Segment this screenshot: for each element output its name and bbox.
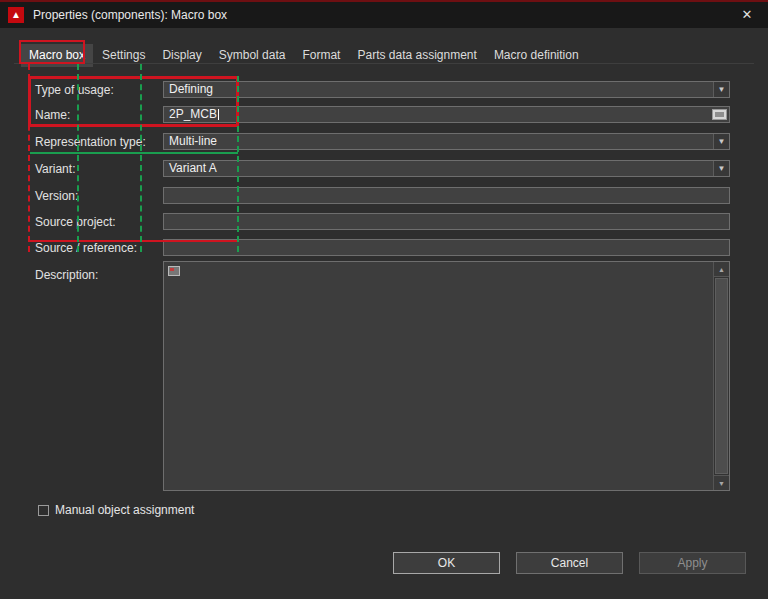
browse-icon[interactable] bbox=[712, 109, 727, 120]
source-project-input[interactable] bbox=[163, 213, 730, 230]
description-label: Description: bbox=[35, 268, 98, 282]
annotation-green-underline bbox=[30, 152, 238, 154]
app-logo-icon: ▲ bbox=[8, 7, 24, 23]
representation-type-label: Representation type: bbox=[35, 135, 146, 149]
chevron-down-icon[interactable]: ▼ bbox=[713, 82, 729, 97]
row-variant: Variant: Variant A ▼ bbox=[0, 160, 768, 178]
type-of-usage-label: Type of usage: bbox=[35, 83, 114, 97]
scroll-up-icon[interactable]: ▲ bbox=[714, 262, 729, 277]
representation-type-select[interactable]: Multi-line ▼ bbox=[163, 133, 730, 150]
source-reference-input[interactable] bbox=[163, 239, 730, 256]
description-textarea[interactable]: ▲ ▼ bbox=[163, 261, 730, 491]
variant-label: Variant: bbox=[35, 162, 75, 176]
ok-button[interactable]: OK bbox=[393, 552, 500, 574]
name-label: Name: bbox=[35, 108, 70, 122]
manual-object-assignment-row: Manual object assignment bbox=[38, 503, 194, 517]
row-representation-type: Representation type: Multi-line ▼ bbox=[0, 133, 768, 151]
version-label: Version: bbox=[35, 189, 78, 203]
manual-object-assignment-label: Manual object assignment bbox=[55, 503, 194, 517]
tab-separator bbox=[14, 63, 754, 64]
image-placeholder-icon bbox=[168, 266, 180, 276]
variant-select[interactable]: Variant A ▼ bbox=[163, 160, 730, 177]
source-project-label: Source project: bbox=[35, 215, 116, 229]
row-type-of-usage: Type of usage: Defining ▼ bbox=[0, 81, 768, 99]
titlebar: ▲ Properties (components): Macro box ✕ bbox=[0, 2, 768, 28]
scroll-down-icon[interactable]: ▼ bbox=[714, 475, 729, 490]
name-value: 2P_MCB bbox=[169, 107, 217, 122]
representation-type-value: Multi-line bbox=[169, 134, 217, 149]
row-source-project: Source project: bbox=[0, 213, 768, 231]
properties-dialog: ▲ Properties (components): Macro box ✕ M… bbox=[0, 0, 768, 599]
type-of-usage-value: Defining bbox=[169, 82, 213, 97]
row-source-reference: Source / reference: bbox=[0, 239, 768, 257]
type-of-usage-select[interactable]: Defining ▼ bbox=[163, 81, 730, 98]
name-input[interactable]: 2P_MCB bbox=[163, 106, 730, 123]
scrollbar-thumb[interactable] bbox=[715, 278, 728, 474]
row-version: Version: bbox=[0, 187, 768, 205]
manual-object-assignment-checkbox[interactable] bbox=[38, 505, 49, 516]
cancel-button[interactable]: Cancel bbox=[516, 552, 623, 574]
close-icon[interactable]: ✕ bbox=[737, 5, 757, 25]
row-name: Name: 2P_MCB bbox=[0, 106, 768, 124]
text-caret bbox=[218, 109, 219, 120]
description-scrollbar[interactable]: ▲ ▼ bbox=[713, 262, 729, 490]
variant-value: Variant A bbox=[169, 161, 217, 176]
chevron-down-icon[interactable]: ▼ bbox=[713, 134, 729, 149]
window-title: Properties (components): Macro box bbox=[33, 8, 227, 22]
apply-button[interactable]: Apply bbox=[639, 552, 746, 574]
version-input[interactable] bbox=[163, 187, 730, 204]
chevron-down-icon[interactable]: ▼ bbox=[713, 161, 729, 176]
source-reference-label: Source / reference: bbox=[35, 241, 137, 255]
